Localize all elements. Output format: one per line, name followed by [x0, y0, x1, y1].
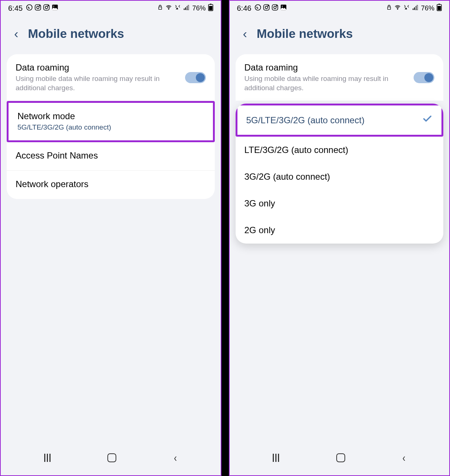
- volte-icon: [403, 4, 410, 13]
- operators-row[interactable]: Network operators: [7, 171, 215, 199]
- navigation-bar: ‹: [230, 443, 450, 475]
- nav-back-button[interactable]: ‹: [402, 451, 405, 464]
- whatsapp-icon: [254, 4, 262, 13]
- nav-home-button[interactable]: [336, 453, 345, 462]
- network-mode-row[interactable]: Network mode 5G/LTE/3G/2G (auto connect): [7, 101, 215, 142]
- signal-icon: [412, 4, 419, 13]
- operators-title: Network operators: [16, 179, 206, 189]
- instagram-icon-2: [271, 4, 279, 13]
- data-roaming-toggle[interactable]: [185, 72, 206, 83]
- wifi-icon: [394, 4, 401, 13]
- wifi-icon: [165, 4, 172, 13]
- signal-icon: [183, 4, 190, 13]
- svg-point-3: [39, 6, 40, 6]
- status-bar: 6:46: [230, 1, 450, 16]
- svg-point-6: [48, 6, 49, 6]
- svg-point-26: [282, 6, 283, 7]
- svg-rect-12: [185, 7, 186, 10]
- lock-icon: [157, 4, 163, 12]
- page-title: Mobile networks: [28, 27, 124, 41]
- lock-icon: [386, 4, 392, 12]
- svg-rect-9: [159, 7, 162, 10]
- status-battery-pct: 76%: [192, 4, 205, 12]
- data-roaming-row[interactable]: Data roaming Using mobile data while roa…: [236, 54, 444, 101]
- network-mode-title: Network mode: [17, 111, 204, 121]
- gallery-icon: [51, 4, 59, 13]
- navigation-bar: ‹: [1, 443, 221, 475]
- svg-point-10: [169, 9, 169, 10]
- svg-rect-14: [188, 5, 189, 10]
- data-roaming-row[interactable]: Data roaming Using mobile data while roa…: [7, 54, 215, 101]
- screen-right: 6:46: [229, 0, 450, 476]
- status-battery-pct: 76%: [421, 4, 434, 12]
- dropdown-option-2g[interactable]: 2G only: [236, 217, 444, 244]
- settings-card: Data roaming Using mobile data while roa…: [236, 54, 444, 101]
- svg-point-18: [255, 5, 261, 10]
- dropdown-selected-option[interactable]: 5G/LTE/3G/2G (auto connect): [236, 104, 444, 137]
- dropdown-option-3g2g[interactable]: 3G/2G (auto connect): [236, 163, 444, 190]
- status-bar: 6:45: [1, 1, 221, 16]
- network-mode-subtitle: 5G/LTE/3G/2G (auto connect): [17, 123, 204, 132]
- checkmark-icon: [422, 114, 433, 127]
- svg-point-23: [274, 6, 276, 9]
- status-time: 6:46: [237, 4, 252, 13]
- network-mode-dropdown: 5G/LTE/3G/2G (auto connect) LTE/3G/2G (a…: [236, 104, 444, 244]
- svg-point-5: [45, 6, 48, 9]
- svg-point-20: [265, 6, 268, 9]
- data-roaming-title: Data roaming: [16, 62, 185, 73]
- data-roaming-subtitle: Using mobile data while roaming may resu…: [245, 74, 414, 92]
- svg-rect-11: [184, 9, 185, 10]
- instagram-icon-2: [43, 4, 50, 13]
- svg-point-28: [397, 9, 398, 10]
- instagram-icon: [263, 4, 270, 13]
- screen-left: 6:45: [0, 0, 221, 476]
- svg-point-24: [276, 6, 277, 6]
- volte-icon: [174, 4, 181, 13]
- dropdown-option-lte[interactable]: LTE/3G/2G (auto connect): [236, 137, 444, 163]
- svg-rect-27: [388, 7, 391, 10]
- nav-recent-button[interactable]: [44, 454, 51, 462]
- nav-home-button[interactable]: [107, 453, 116, 462]
- gallery-icon: [280, 4, 287, 13]
- svg-rect-16: [210, 4, 211, 4]
- data-roaming-subtitle: Using mobile data while roaming may resu…: [16, 74, 185, 92]
- whatsapp-icon: [26, 4, 33, 13]
- settings-card: Data roaming Using mobile data while roa…: [7, 54, 215, 199]
- page-header: ‹ Mobile networks: [1, 16, 221, 51]
- status-time: 6:45: [8, 4, 23, 13]
- nav-back-button[interactable]: ‹: [174, 451, 177, 464]
- svg-point-21: [268, 6, 269, 6]
- svg-point-8: [53, 6, 54, 7]
- back-button[interactable]: ‹: [14, 26, 18, 41]
- apn-title: Access Point Names: [16, 150, 206, 161]
- data-roaming-toggle[interactable]: [414, 72, 434, 83]
- svg-rect-35: [438, 6, 441, 10]
- battery-icon: [437, 4, 442, 13]
- back-button[interactable]: ‹: [243, 26, 247, 41]
- svg-rect-30: [414, 7, 415, 10]
- battery-icon: [208, 4, 213, 13]
- dropdown-option-3g[interactable]: 3G only: [236, 190, 444, 217]
- svg-rect-29: [412, 9, 413, 10]
- svg-rect-34: [438, 4, 440, 4]
- apn-row[interactable]: Access Point Names: [7, 142, 215, 171]
- data-roaming-title: Data roaming: [245, 62, 414, 73]
- dropdown-selected-label: 5G/LTE/3G/2G (auto connect): [246, 115, 365, 125]
- nav-recent-button[interactable]: [273, 454, 279, 462]
- svg-point-0: [26, 5, 32, 10]
- page-title: Mobile networks: [257, 27, 353, 41]
- svg-rect-31: [415, 6, 416, 10]
- svg-rect-13: [187, 6, 187, 10]
- page-header: ‹ Mobile networks: [230, 16, 450, 51]
- svg-rect-32: [417, 5, 418, 10]
- svg-point-2: [37, 6, 39, 9]
- instagram-icon: [34, 4, 42, 13]
- svg-rect-17: [209, 6, 212, 10]
